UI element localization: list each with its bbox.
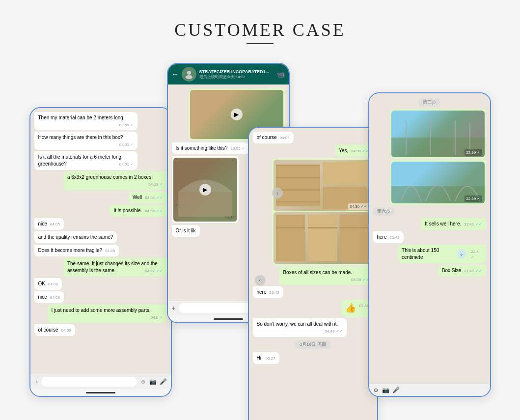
chat-input-field-2[interactable] xyxy=(179,303,255,313)
msg-row: Well 04:04 ✓✓ xyxy=(34,192,167,203)
msg-row: 22:39 ✓ xyxy=(373,160,486,205)
screenshots-area: Then my material can be 2 meters long. 0… xyxy=(29,63,491,412)
mic-icon[interactable]: 🎤 xyxy=(160,378,167,385)
nav-arrow-right[interactable]: › xyxy=(272,188,283,198)
svg-rect-16 xyxy=(340,227,369,228)
add-icon[interactable]: + xyxy=(34,378,38,386)
contact-name: STRATEGIZER INCOPARATED1... xyxy=(199,69,273,74)
msg-row: The same. It just changes its size and t… xyxy=(34,258,167,277)
svg-rect-8 xyxy=(276,177,320,178)
chat-header: ← STRATEGIZER INCOPARATED1... 最后上线时间是今天 … xyxy=(168,64,289,84)
msg-row: So don't worry, we can all deal with it.… xyxy=(253,318,373,336)
date-divider: 3月16日 周四 xyxy=(253,340,373,349)
svg-rect-4 xyxy=(276,165,320,206)
svg-rect-9 xyxy=(276,189,320,191)
msg-row: 👍 07:59 xyxy=(253,300,373,317)
msg-row: here 22:42 xyxy=(253,286,373,298)
msg-row: nice 04:08 xyxy=(34,291,167,303)
step-label-3: 第三步 xyxy=(373,98,486,107)
add-icon-2[interactable]: + xyxy=(172,304,176,312)
video-call-icon[interactable]: 📹 xyxy=(276,70,285,78)
svg-point-1 xyxy=(186,75,192,79)
step-label-6: 第六步 xyxy=(373,207,486,216)
emoji-icon[interactable]: ☺ xyxy=(140,378,146,385)
msg-row: I just need to add some more assembly pa… xyxy=(34,305,167,323)
svg-point-0 xyxy=(187,71,191,75)
msg-row: of course 04:09 xyxy=(253,132,373,143)
home-bar xyxy=(30,389,171,396)
msg-row: It is possible. 04:04 ✓✓ xyxy=(34,205,167,217)
phone-3: of course 04:09 Yes, 04:09 ✓✓ xyxy=(248,127,378,420)
msg-row: and the quality remains the same? xyxy=(34,231,167,243)
msg-row: here 22:42 xyxy=(373,231,486,243)
page-title-section: CUSTOMER CASE xyxy=(174,20,345,44)
svg-rect-13 xyxy=(340,215,369,261)
msg-row: Yes, 04:09 ✓✓ xyxy=(253,145,373,157)
phone-4: 第三步 xyxy=(368,92,491,397)
camera-icon[interactable]: 📷 xyxy=(149,378,157,385)
contact-avatar xyxy=(182,67,196,82)
msg-row: 22:39 ✓ xyxy=(373,109,486,159)
back-arrow[interactable]: ← xyxy=(172,70,179,78)
msg-row: How many things are there in this box? 0… xyxy=(34,132,167,150)
msg-row: Box Size 22:43 ✓✓ xyxy=(373,265,486,277)
svg-rect-11 xyxy=(276,215,305,261)
contact-status: 最后上线时间是今天 14:22 xyxy=(199,74,274,80)
msg-row: It sells well here. 22:41 ✓✓ xyxy=(373,218,486,230)
msg-row: of course 04:09 xyxy=(34,324,167,336)
contact-info: STRATEGIZER INCOPARATED1... 最后上线时间是今天 14… xyxy=(199,69,274,80)
emoji-icon-4[interactable]: ☺ xyxy=(373,387,379,393)
msg-row: 04:36 ✓✓ xyxy=(253,158,373,265)
svg-rect-5 xyxy=(323,162,367,184)
page-wrapper: CUSTOMER CASE Then my material can be 2 … xyxy=(0,10,520,420)
phone-1: Then my material can be 2 meters long. 0… xyxy=(29,107,172,397)
svg-rect-15 xyxy=(308,227,337,228)
nav-arrow-left-3[interactable]: ‹ xyxy=(255,275,266,286)
msg-row: Boxes of all sizes can be made. 04:38 ✓✓ xyxy=(253,267,373,285)
svg-rect-14 xyxy=(276,227,305,228)
mic-icon-4[interactable]: 🎤 xyxy=(392,387,400,393)
page-title: CUSTOMER CASE xyxy=(174,20,345,40)
msg-row: Does it become more fragile? 04:06 xyxy=(34,245,167,256)
msg-row: OK 04:08 xyxy=(34,278,167,290)
msg-row: Is it all the materials for a 6 meter lo… xyxy=(34,151,167,170)
camera-icon-4[interactable]: 📷 xyxy=(382,387,389,393)
title-underline xyxy=(246,43,274,44)
chat-input-bar: + ☺ 📷 🎤 xyxy=(30,374,171,389)
chat-input-field[interactable] xyxy=(41,377,137,387)
msg-row: nice 04:05 xyxy=(34,218,167,230)
msg-row: a 6x3x2 greenhouse comes in 2 boxes 04:0… xyxy=(34,171,167,190)
svg-rect-12 xyxy=(308,215,337,261)
msg-row: Then my material can be 2 meters long. 0… xyxy=(34,112,167,130)
chat-input-bar-4: ☺ 📷 🎤 xyxy=(369,384,490,396)
msg-row: This is about 150 centimete ⌄ 22:4 ✓ xyxy=(373,245,486,263)
svg-rect-10 xyxy=(276,201,320,202)
svg-rect-7 xyxy=(276,165,320,166)
msg-row: Hi, 05:27 xyxy=(253,352,373,364)
